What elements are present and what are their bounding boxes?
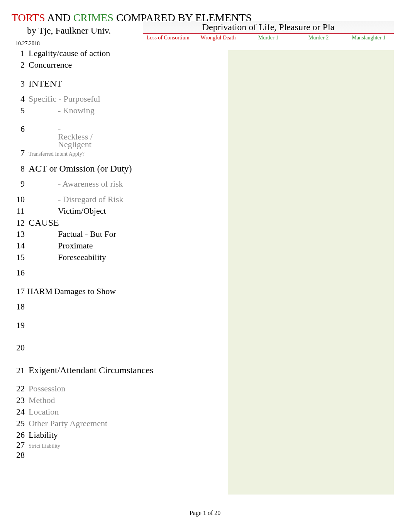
harm-label: HARM (27, 286, 53, 296)
table-row: 2Concurrence (12, 60, 398, 78)
row-label: Specific - Purposeful (27, 94, 100, 104)
row-number: 5 (12, 105, 27, 116)
row-number: 16 (12, 268, 27, 278)
column-header: Loss of Consortium (143, 35, 193, 41)
row-label: CAUSE (27, 218, 59, 228)
table-row: 27Strict Liability (12, 440, 398, 450)
table-row: 13Factual - But For (12, 229, 398, 241)
row-number: 7 (12, 148, 27, 158)
row-label: - Awareness of risk (27, 179, 123, 189)
row-number: 15 (12, 252, 27, 262)
row-number: 23 (12, 395, 27, 405)
table-row: 12CAUSE (12, 218, 398, 229)
row-label: Other Party Agreement (27, 418, 107, 428)
row-label: Foreseeability (27, 252, 106, 262)
row-label: Proximate (27, 241, 93, 251)
table-row: 23Method (12, 395, 398, 407)
row-number: 2 (12, 60, 27, 70)
table-row: 17HARMDamages to Show (12, 286, 398, 302)
table-row: 19 (12, 320, 398, 343)
row-number: 25 (12, 418, 27, 428)
damages-label: Damages to Show (53, 286, 116, 296)
element-rows: 1Legality/cause of action2Concurrence3IN… (12, 48, 398, 462)
page-footer: Page 1 of 20 (0, 510, 410, 517)
row-label: Liability (27, 430, 58, 440)
table-row: 8ACT or Omission (or Duty) (12, 163, 398, 179)
row-number: 14 (12, 241, 27, 251)
row-label: -Reckless /Negligent (27, 129, 93, 148)
table-row: 16 (12, 268, 398, 286)
row-number: 10 (12, 194, 27, 204)
table-row: 21Exigent/Attendant Circumstances (12, 365, 398, 384)
table-row: 6-Reckless /Negligent (12, 124, 398, 148)
row-label: - Disregard of Risk (27, 194, 123, 204)
category-title: Deprivation of Life, Pleasure or Pla (143, 21, 394, 34)
table-row: 10- Disregard of Risk (12, 194, 398, 206)
table-row: 22Possession (12, 384, 398, 395)
row-label: INTENT (27, 78, 62, 89)
row-number: 3 (12, 79, 27, 89)
table-row: 9- Awareness of risk (12, 179, 398, 194)
category-header: Deprivation of Life, Pleasure or Pla Los… (143, 21, 394, 41)
column-header: Wrongful Death (193, 35, 243, 41)
column-header: Murder 2 (293, 35, 344, 41)
row-number: 13 (12, 229, 27, 239)
row-number: 24 (12, 407, 27, 417)
row-number: 18 (12, 302, 27, 312)
table-row: 26Liability (12, 430, 398, 440)
row-number: 12 (12, 218, 27, 228)
table-row: 1Legality/cause of action (12, 48, 398, 60)
row-number: 26 (12, 430, 27, 440)
column-headers: Loss of ConsortiumWrongful DeathMurder 1… (143, 35, 394, 41)
row-number: 28 (12, 450, 27, 460)
row-label: Concurrence (27, 60, 72, 70)
table-row: 11Victim/Object (12, 206, 398, 218)
row-number: 19 (12, 320, 27, 330)
row-number: 9 (12, 179, 27, 189)
row-label: Victim/Object (27, 206, 106, 216)
row-number: 1 (12, 48, 27, 58)
table-row: 15Foreseeability (12, 252, 398, 268)
title-torts: TORTS (12, 12, 45, 24)
table-row: 4Specific - Purposeful (12, 94, 398, 105)
row-number: 21 (12, 365, 27, 376)
date: 10.27.2018 (15, 41, 398, 47)
row-number: 27 (12, 440, 27, 450)
table-row: 20 (12, 343, 398, 365)
row-number: 6 (12, 124, 27, 134)
row-label: Possession (27, 384, 65, 394)
table-row: 5- Knowing (12, 105, 398, 124)
table-row: 25Other Party Agreement (12, 418, 398, 430)
table-row: 28 (12, 450, 398, 462)
row-label: Exigent/Attendant Circumstances (27, 365, 153, 376)
table-row: 7Transferred Intent Apply? (12, 148, 398, 163)
row-text: -Reckless /Negligent (27, 125, 93, 148)
title-crimes: CRIMES (73, 12, 114, 24)
row-label: Strict Liability (27, 443, 60, 449)
row-label: ACT or Omission (or Duty) (27, 163, 132, 174)
column-header: Murder 1 (243, 35, 293, 41)
column-header: Manslaughter 1 (344, 35, 394, 41)
row-number: 20 (12, 343, 27, 353)
row-number: 22 (12, 384, 27, 394)
row-label: Transferred Intent Apply? (27, 151, 85, 157)
row-number: 4 (12, 94, 27, 104)
row-label: Location (27, 407, 59, 417)
row-number: 8 (12, 164, 27, 174)
row-number: 11 (12, 206, 27, 216)
row-number: 17 (12, 286, 27, 296)
table-row: 18 (12, 302, 398, 320)
table-row: 24Location (12, 407, 398, 418)
row-label: Factual - But For (27, 229, 116, 239)
row-label: - Knowing (27, 105, 95, 116)
title-and: AND (45, 12, 73, 24)
table-row: 3INTENT (12, 78, 398, 94)
row-label: Legality/cause of action (27, 48, 110, 58)
row-label: HARMDamages to Show (27, 286, 116, 296)
table-row: 14Proximate (12, 241, 398, 252)
row-label: Method (27, 395, 55, 405)
